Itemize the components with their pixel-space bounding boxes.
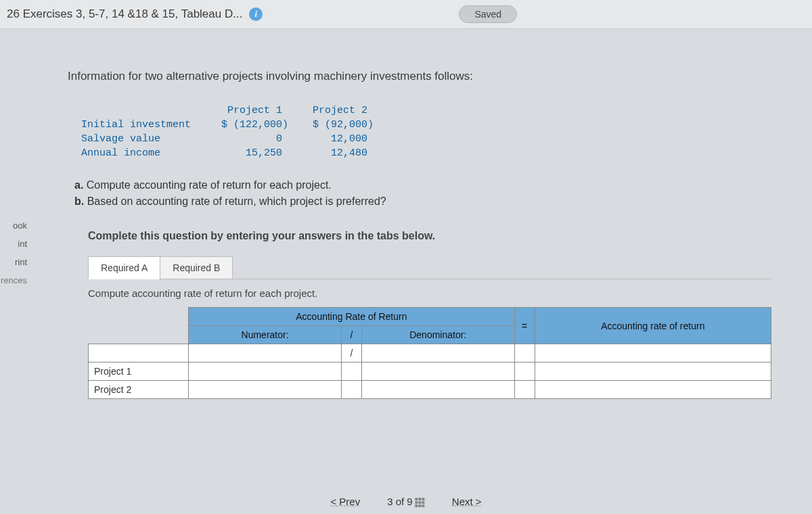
- denominator-header: Denominator:: [361, 326, 514, 344]
- equals-cell: [514, 363, 535, 381]
- left-sidebar: ook int rint rences: [0, 216, 27, 289]
- instruction-text: Complete this question by entering your …: [88, 230, 785, 242]
- question-b-label: b.: [74, 195, 84, 207]
- result-cell[interactable]: [535, 363, 771, 381]
- pager: < Prev 3 of 9 Next >: [330, 496, 481, 507]
- slash-cell: [341, 363, 361, 381]
- tab-required-b[interactable]: Required B: [160, 256, 233, 279]
- equals-cell: [514, 381, 535, 399]
- arr-table: Accounting Rate of Return = Accounting r…: [88, 307, 771, 399]
- table-row-label: Project 1: [89, 363, 189, 381]
- table-row: [89, 344, 189, 363]
- sidebar-item[interactable]: rint: [0, 253, 27, 271]
- page-position: 3 of 9: [387, 496, 425, 507]
- group-header: Accounting Rate of Return: [189, 308, 514, 326]
- grid-icon[interactable]: [415, 498, 425, 507]
- numerator-input[interactable]: [189, 344, 342, 363]
- result-cell[interactable]: [535, 344, 771, 363]
- saved-indicator: Saved: [459, 5, 517, 23]
- denominator-input[interactable]: [361, 344, 514, 363]
- question-b-text: Based on accounting rate of return, whic…: [84, 195, 386, 207]
- result-header: Accounting rate of return: [535, 308, 771, 344]
- answer-tabs: Required A Required B: [88, 256, 785, 279]
- slash-cell: /: [341, 344, 361, 363]
- next-button[interactable]: Next >: [452, 496, 482, 507]
- panel-title: Compute accounting rate of return for ea…: [88, 287, 771, 299]
- numerator-header: Numerator:: [189, 326, 342, 344]
- answer-panel: Compute accounting rate of return for ea…: [88, 279, 771, 399]
- question-a-label: a.: [74, 179, 83, 191]
- slash-header: /: [341, 326, 361, 344]
- top-bar: 26 Exercises 3, 5-7, 14 &18 & 15, Tablea…: [0, 0, 812, 29]
- sidebar-item[interactable]: rences: [0, 271, 27, 289]
- equals-cell: [514, 344, 535, 363]
- numerator-input[interactable]: [189, 363, 342, 381]
- prev-button[interactable]: < Prev: [330, 496, 360, 507]
- corner-cell: [89, 308, 189, 344]
- numerator-input[interactable]: [189, 381, 342, 399]
- equals-header: =: [514, 308, 535, 344]
- assignment-title: 26 Exercises 3, 5-7, 14 &18 & 15, Tablea…: [7, 7, 242, 21]
- denominator-input[interactable]: [361, 381, 514, 399]
- denominator-input[interactable]: [361, 363, 514, 381]
- info-icon[interactable]: i: [249, 7, 263, 21]
- sidebar-item[interactable]: ook: [0, 216, 27, 235]
- question-list: a. Compute accounting rate of return for…: [74, 177, 785, 210]
- intro-text: Information for two alternative projects…: [68, 70, 785, 83]
- table-row-label: Project 2: [89, 381, 189, 399]
- question-a-text: Compute accounting rate of return for ea…: [83, 179, 331, 191]
- main-content: Information for two alternative projects…: [41, 56, 812, 413]
- slash-cell: [341, 381, 361, 399]
- result-cell[interactable]: [535, 381, 771, 399]
- sidebar-item[interactable]: int: [0, 235, 27, 253]
- project-data-block: Initial investment Project 1 Project 2 I…: [81, 103, 785, 160]
- tab-required-a[interactable]: Required A: [88, 256, 160, 279]
